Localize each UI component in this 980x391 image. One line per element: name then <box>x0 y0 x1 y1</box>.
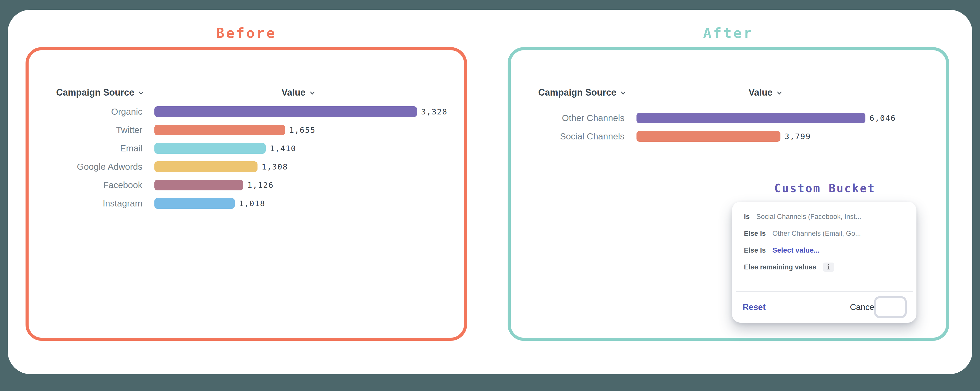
before-label: Before <box>25 25 467 41</box>
campaign-source-header-label: Campaign Source <box>538 87 616 98</box>
chevron-down-icon <box>620 90 627 97</box>
category-label: Social Channels <box>511 131 625 141</box>
bucket-rule-row: Else remaining valuesi <box>744 259 909 275</box>
bucket-rule-row: IsSocial Channels (Facebook, Inst... <box>744 208 909 225</box>
value-header[interactable]: Value <box>689 87 842 98</box>
after-label: After <box>508 25 949 41</box>
bar[interactable] <box>154 180 243 190</box>
table-row: Google Adwords1,308 <box>29 158 464 176</box>
after-panel: Campaign Source Value Other Channels6,04… <box>508 47 949 341</box>
apply-button[interactable]: Apply <box>876 298 905 316</box>
bar-value: 6,046 <box>870 114 896 123</box>
value-header[interactable]: Value <box>222 87 375 98</box>
select-value-link[interactable]: Select value... <box>773 246 820 254</box>
table-row: Email1,410 <box>29 139 464 158</box>
table-row: Facebook1,126 <box>29 176 464 194</box>
bar-value: 1,410 <box>270 144 296 153</box>
bar-value: 3,328 <box>421 107 447 116</box>
rule-value[interactable]: Other Channels (Email, Go... <box>773 230 861 237</box>
table-row: Instagram1,018 <box>29 194 464 212</box>
rule-label: Else Is <box>744 230 766 237</box>
category-label: Twitter <box>29 125 142 135</box>
rule-label: Else remaining values <box>744 263 816 271</box>
bar[interactable] <box>154 198 235 209</box>
info-icon[interactable]: i <box>823 263 834 272</box>
chevron-down-icon <box>776 90 783 97</box>
bar[interactable] <box>154 106 417 117</box>
bar[interactable] <box>154 161 258 172</box>
category-label: Google Adwords <box>29 161 142 172</box>
bar-value: 1,018 <box>239 199 265 208</box>
campaign-source-header-label: Campaign Source <box>56 87 134 98</box>
bar-chart-before: Organic3,328Twitter1,655Email1,410Google… <box>29 103 464 212</box>
bar[interactable] <box>636 131 780 142</box>
table-row: Twitter1,655 <box>29 121 464 139</box>
bar[interactable] <box>636 112 865 123</box>
bar-value: 1,126 <box>247 180 274 190</box>
campaign-source-header[interactable]: Campaign Source <box>538 87 627 98</box>
rule-value[interactable]: Social Channels (Facebook, Inst... <box>756 213 861 221</box>
table-row: Organic3,328 <box>29 103 464 121</box>
canvas: Before After Campaign Source Value Organ… <box>0 0 980 391</box>
rule-label: Is <box>744 213 750 221</box>
bar-value: 1,308 <box>262 162 288 171</box>
bucket-rule-row: Else IsSelect value... <box>744 242 909 259</box>
chevron-down-icon <box>309 90 316 97</box>
bucket-rules-list: IsSocial Channels (Facebook, Inst...Else… <box>744 208 909 275</box>
reset-button[interactable]: Reset <box>743 302 765 312</box>
chevron-down-icon <box>138 90 145 97</box>
campaign-source-header[interactable]: Campaign Source <box>56 87 145 98</box>
bar-value: 3,799 <box>784 132 811 141</box>
table-row: Social Channels3,799 <box>511 127 946 146</box>
category-label: Facebook <box>29 180 142 190</box>
rule-label: Else Is <box>744 247 766 254</box>
bar[interactable] <box>154 143 266 154</box>
bucket-rule-row: Else IsOther Channels (Email, Go... <box>744 225 909 242</box>
table-row: Other Channels6,046 <box>511 109 946 127</box>
category-label: Organic <box>29 106 142 117</box>
bar-value: 1,655 <box>289 125 315 135</box>
bar[interactable] <box>154 125 285 135</box>
custom-bucket-dialog: IsSocial Channels (Facebook, Inst...Else… <box>732 202 916 323</box>
value-header-label: Value <box>282 87 305 98</box>
category-label: Other Channels <box>511 113 625 123</box>
before-panel: Campaign Source Value Organic3,328Twitte… <box>25 47 467 341</box>
cancel-button[interactable]: Cancel <box>850 302 876 312</box>
dialog-footer: Reset Cancel Apply <box>732 291 916 323</box>
custom-bucket-title: Custom Bucket <box>697 182 953 195</box>
category-label: Instagram <box>29 198 142 209</box>
bar-chart-after: Other Channels6,046Social Channels3,799 <box>511 109 946 146</box>
value-header-label: Value <box>749 87 773 98</box>
category-label: Email <box>29 143 142 154</box>
